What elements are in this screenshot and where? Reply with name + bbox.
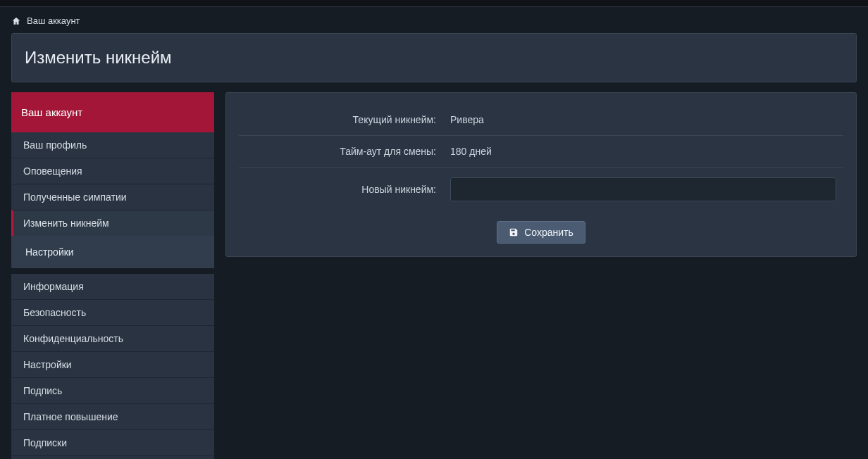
form-table: Текущий никнейм: Ривера Тайм-аут для сме… — [239, 104, 843, 211]
topbar — [0, 0, 868, 7]
sidebar-item-label: Подпись — [23, 385, 62, 396]
sidebar-header[interactable]: Ваш аккаунт — [11, 92, 214, 132]
sidebar-item-ignore[interactable]: Игнорирование — [11, 455, 214, 459]
sidebar-gap — [11, 268, 214, 274]
label-timeout: Тайм-аут для смены: — [239, 136, 443, 168]
form-row-current: Текущий никнейм: Ривера — [239, 104, 843, 136]
value-current-nickname: Ривера — [443, 104, 843, 136]
sidebar-item-change-nickname[interactable]: Изменить никнейм — [11, 210, 214, 236]
form-row-timeout: Тайм-аут для смены: 180 дней — [239, 136, 843, 168]
sidebar-item-label: Изменить никнейм — [23, 218, 109, 229]
sidebar-section-settings: Настройки — [11, 236, 214, 268]
home-icon — [11, 16, 21, 26]
sidebar-item-label: Платное повышение — [23, 411, 118, 422]
sidebar-item-label: Безопасность — [23, 307, 86, 318]
sidebar-item-info[interactable]: Информация — [11, 274, 214, 299]
save-icon — [509, 227, 519, 237]
sidebar-item-settings[interactable]: Настройки — [11, 351, 214, 377]
sidebar-item-likes[interactable]: Полученные симпатии — [11, 184, 214, 210]
sidebar-item-privacy[interactable]: Конфиденциальность — [11, 325, 214, 351]
sidebar-item-label: Подписки — [23, 437, 67, 448]
sidebar-item-upgrade[interactable]: Платное повышение — [11, 403, 214, 429]
sidebar-item-label: Оповещения — [23, 165, 82, 177]
value-timeout: 180 дней — [443, 136, 843, 168]
label-new-nickname: Новый никнейм: — [239, 168, 443, 212]
new-nickname-input[interactable] — [450, 177, 836, 201]
save-button[interactable]: Сохранить — [497, 221, 585, 244]
sidebar-item-subscriptions[interactable]: Подписки — [11, 429, 214, 455]
sidebar-item-label: Конфиденциальность — [23, 333, 123, 344]
sidebar-item-label: Полученные симпатии — [23, 191, 127, 203]
sidebar-item-label: Ваш профиль — [23, 139, 87, 151]
sidebar-item-label: Информация — [23, 281, 84, 292]
label-current-nickname: Текущий никнейм: — [239, 104, 443, 136]
save-button-label: Сохранить — [524, 227, 574, 238]
breadcrumb[interactable]: Ваш аккаунт — [0, 7, 868, 33]
page-title: Изменить никнейм — [11, 33, 857, 82]
sidebar-item-signature[interactable]: Подпись — [11, 377, 214, 403]
sidebar-item-label: Настройки — [23, 359, 72, 370]
form-row-new: Новый никнейм: — [239, 168, 843, 212]
sidebar: Ваш аккаунт Ваш профиль Оповещения Получ… — [11, 92, 214, 459]
sidebar-item-security[interactable]: Безопасность — [11, 299, 214, 325]
button-row: Сохранить — [239, 211, 843, 244]
breadcrumb-label: Ваш аккаунт — [27, 15, 80, 26]
sidebar-item-alerts[interactable]: Оповещения — [11, 158, 214, 184]
main-panel: Текущий никнейм: Ривера Тайм-аут для сме… — [225, 92, 857, 257]
sidebar-item-profile[interactable]: Ваш профиль — [11, 132, 214, 158]
